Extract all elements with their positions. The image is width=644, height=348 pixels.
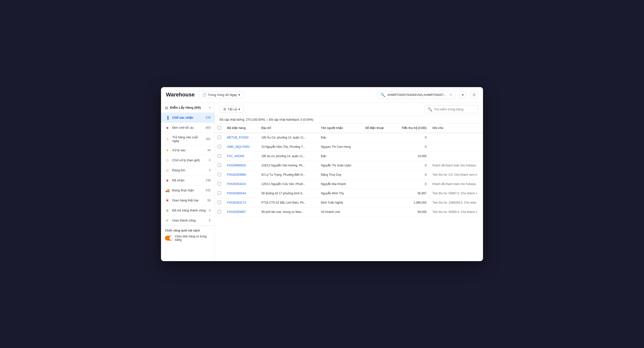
sidebar-item-da-nhan[interactable]: ■ Đã nhận 238 [161, 176, 214, 186]
sidebar: ▤ Điểm Lấy Hàng (6/6) ▾ ▐ Chờ xác nhận 2… [161, 103, 215, 261]
filter-button[interactable]: ☰ Tất cả ▾ [220, 106, 244, 113]
row-address-1: 23 Nguyễn Hữu Thọ, Phường T... [258, 142, 318, 151]
row-phone-3 [362, 161, 392, 170]
table-row: METUB_873432 185 Âu Cơ, phường 14, quận … [215, 133, 483, 142]
row-checkbox-cell [215, 170, 224, 180]
row-address-6: 58 đường số 17 phường bình tr... [258, 189, 318, 198]
row-code-1: OMD_MQLYN5N [224, 142, 258, 151]
sidebar-item-dang-tim[interactable]: ◎ Đang tìm 0 [161, 165, 214, 176]
row-recipient-2: Bảo [318, 151, 362, 161]
row-checkbox-1[interactable] [218, 145, 221, 148]
orders-table: Mã kiện hàng Địa chỉ Tên người nhận Số đ… [215, 124, 483, 217]
row-note-1 [430, 142, 483, 151]
app-window: Warehouse 🕐 Trong Vòng 30 Ngày ▾ 🔍 ✕ ▾ ⊡… [161, 87, 483, 261]
toggle-row: Chọn đơn hàng có trong bảng [165, 235, 210, 242]
window-icon: ⊡ [473, 93, 476, 97]
row-checkbox-3[interactable] [218, 163, 221, 167]
row-code-6: FHS30360444 [224, 189, 258, 198]
sidebar-item-dang-thuc-hien[interactable]: 🚚 Đang thực hiện 532 [161, 186, 214, 196]
row-code-8: FHS30359967 [224, 207, 258, 217]
header-ghi-chu: Ghi chú [430, 124, 483, 133]
sidebar-item-cho-xac-nhan[interactable]: ▐ Chờ xác nhận 270 [161, 113, 214, 123]
header-search-bar: 🔍 ✕ [377, 91, 456, 99]
sidebar-item-giao-thanh-cong[interactable]: ✔ Giao thành công 0 [161, 216, 214, 226]
filter-icon: ☰ [223, 107, 226, 111]
truck-icon: 🚚 [165, 188, 170, 193]
yellow-square-icon: ■ [165, 148, 170, 153]
sidebar-item-tra-hang-cuoi-ngay[interactable]: ⚠ Trả hàng vào cuối ngày 261 [161, 133, 214, 145]
row-phone-7 [362, 198, 392, 207]
date-filter-button[interactable]: 🕐 Trong Vòng 30 Ngày ▾ [198, 91, 244, 98]
row-checkbox-0[interactable] [218, 136, 221, 139]
content-area: ☰ Tất cả ▾ 🔍 Đã cập nhật lat/lng: 270 (1… [215, 103, 483, 261]
clock-circle-icon: ⊙ [165, 158, 170, 163]
date-filter-label: Trong Vòng 30 Ngày [208, 93, 237, 97]
row-address-2: 185 âu cơ, phường 14, quận 11... [258, 151, 318, 161]
row-address-7: P718 CT5-X2 Bắc Linh Đàm, Ph... [258, 198, 318, 207]
header-ten-nguoi-nhan: Tên người nhận [318, 124, 362, 133]
sidebar-item-giao-hang-that-bai[interactable]: ✖ Giao hàng thất bại 56 [161, 196, 214, 206]
row-checkbox-cell [215, 151, 224, 161]
row-code-2: FVC_445345 [224, 151, 258, 161]
search-dropdown-button[interactable]: ▾ [459, 91, 466, 98]
plus-green-icon: ⊕ [165, 208, 170, 213]
row-recipient-5: Nguyễn Mai Khánh [318, 180, 362, 189]
header-dia-chi: Địa chỉ [258, 124, 318, 133]
row-note-4: Tien thu ho: 0.0. Cho khách xem h [430, 170, 483, 180]
window-toggle-button[interactable]: ⊡ [470, 91, 478, 99]
sidebar-item-xu-ly-sau[interactable]: ■ Xử lý sau 44 [161, 145, 214, 155]
header-so-dien-thoai: Số điện thoại [362, 124, 392, 133]
clock-icon: 🕐 [202, 93, 206, 97]
table-row: FHS30360444 58 đường số 17 phường bình t… [215, 189, 483, 198]
table-container: Mã kiện hàng Địa chỉ Tên người nhận Số đ… [215, 124, 483, 261]
row-phone-0 [362, 133, 392, 142]
header-search-input[interactable] [387, 93, 447, 97]
x-circle-icon: ✖ [165, 198, 170, 203]
row-code-7: FHS30343173 [224, 198, 258, 207]
row-note-2 [430, 151, 483, 161]
row-checkbox-4[interactable] [218, 173, 221, 176]
row-address-0: 185 Âu Cơ, phường 14, quận 11... [258, 133, 318, 142]
row-recipient-4: Đặng Thuý Duy [318, 170, 362, 180]
sidebar-item-cho-xu-ly-hen-gio[interactable]: ⊙ Chờ xử lý (hẹn giờ) 0 [161, 155, 214, 165]
sidebar-section-header[interactable]: ▤ Điểm Lấy Hàng (6/6) ▾ [161, 103, 214, 113]
page-title: Warehouse [166, 92, 195, 98]
sidebar-section-label: Điểm Lấy Hàng (6/6) [170, 106, 207, 109]
table-row: FHS30359966 63 Lý Tự Trọng, Phường Bến N… [215, 170, 483, 180]
table-search-bar: 🔍 [424, 105, 478, 113]
row-checkbox-cell [215, 142, 224, 151]
row-cod-7: 1,066,054 [392, 198, 430, 207]
stats-bar: Đã cập nhật lat/lng: 270 (100.00%) | Đã … [215, 116, 483, 124]
toggle-label: Chọn đơn hàng có trong bảng [175, 235, 210, 242]
row-cod-3: 0 [392, 161, 430, 170]
barcode-section-title: Chức năng quét mã vạch [165, 229, 210, 232]
row-checkbox-2[interactable] [218, 154, 221, 158]
filter-label: Tất cả [228, 107, 237, 111]
clear-search-icon[interactable]: ✕ [449, 93, 452, 97]
row-checkbox-cell [215, 207, 224, 217]
barcode-toggle[interactable] [165, 236, 173, 241]
row-checkbox-6[interactable] [218, 191, 221, 195]
hub-depot-stats: Đã cập nhật hub/depot: 0 (0.00%) [269, 118, 314, 121]
received-icon: ■ [165, 178, 170, 183]
sidebar-item-don-cho-toi-uu[interactable]: ■ Đơn chờ tối ưu 800 [161, 123, 214, 133]
table-row: FHS30353416 125/11 Nguyễn Cửu Vân, Phườ.… [215, 180, 483, 189]
row-recipient-6: Nguyễn Minh Thy [318, 189, 362, 198]
row-checkbox-5[interactable] [218, 182, 221, 186]
row-recipient-3: Nguyễn Thị Xuân Uyên [318, 161, 362, 170]
table-row: FHS30359967 99 phố tân mai, chung cư Man… [215, 207, 483, 217]
row-phone-4 [362, 170, 392, 180]
row-checkbox-cell [215, 133, 224, 142]
search-icon: 🔍 [380, 92, 385, 97]
filter-chevron-icon: ▾ [238, 107, 240, 111]
row-checkbox-8[interactable] [218, 210, 221, 213]
row-checkbox-cell [215, 198, 224, 207]
sidebar-item-da-tra-hang[interactable]: ⊕ Đã trả hàng thành công 0 [161, 206, 214, 216]
select-all-checkbox[interactable] [218, 126, 221, 129]
row-checkbox-7[interactable] [218, 201, 221, 204]
warning-icon: ⚠ [165, 136, 170, 141]
table-header-row: Mã kiện hàng Địa chỉ Tên người nhận Số đ… [215, 124, 483, 133]
table-search-input[interactable] [434, 107, 475, 111]
row-address-8: 99 phố tân mai, chung cư Man... [258, 207, 318, 217]
row-address-3: 216/12 Nguyễn Văn Hướng, Ph... [258, 161, 318, 170]
